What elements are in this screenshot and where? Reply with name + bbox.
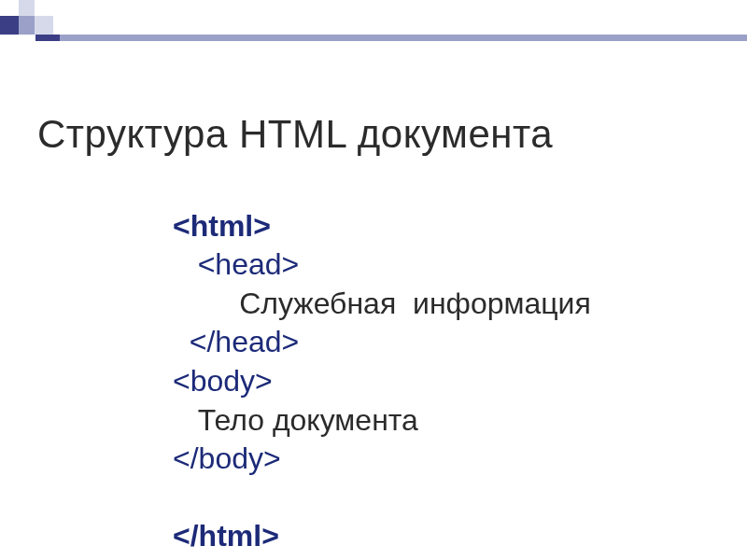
tag-head-open: <head>: [173, 247, 299, 281]
tag-body-open: <body>: [173, 364, 273, 398]
tag-body-close: </body>: [173, 441, 281, 475]
header-decoration: [0, 0, 747, 47]
tag-head-close: </head>: [173, 325, 299, 358]
tag-html-close: </html>: [173, 519, 279, 553]
tag-html-open: <html>: [173, 209, 271, 243]
head-content: Служебная информация: [173, 287, 591, 320]
code-example: <html> <head> Служебная информация </hea…: [173, 168, 591, 556]
body-content: Тело документа: [173, 403, 418, 437]
slide-title: Структура HTML документа: [37, 112, 553, 157]
